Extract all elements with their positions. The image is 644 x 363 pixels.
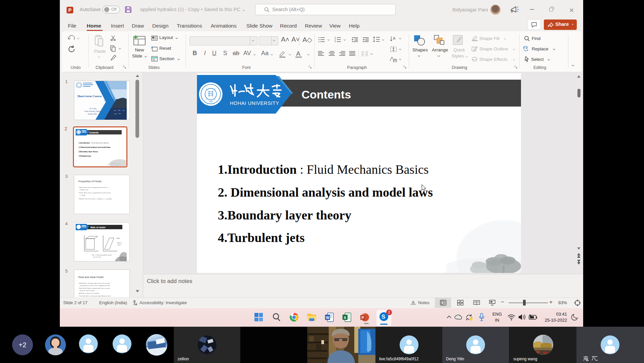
svg-text:HOHAI UNIVERSITY: HOHAI UNIVERSITY — [230, 100, 279, 106]
svg-text:1915: 1915 — [209, 100, 212, 103]
svg-text:Contents: Contents — [301, 88, 351, 101]
svg-text:S: S — [381, 314, 385, 320]
svg-text:W: W — [326, 316, 330, 320]
svg-text:P: P — [362, 316, 364, 320]
svg-text:X: X — [344, 316, 347, 320]
